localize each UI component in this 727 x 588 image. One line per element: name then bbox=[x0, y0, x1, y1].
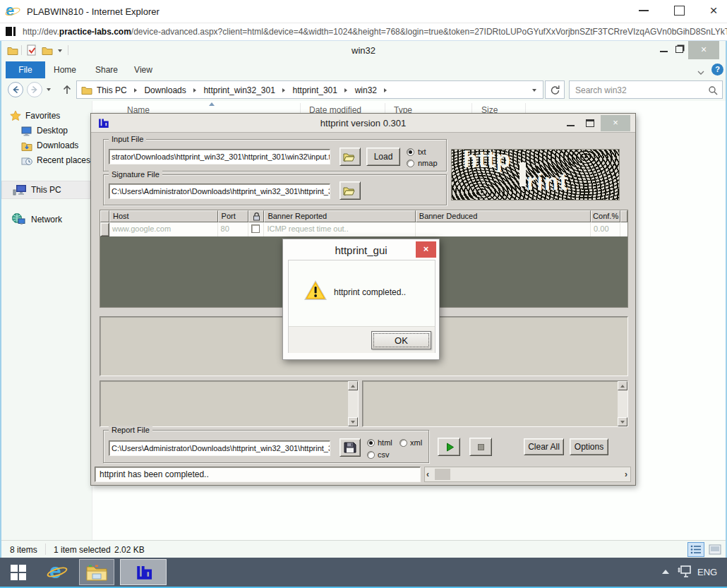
signature-file-field[interactable]: C:\Users\Administrator\Downloads\httprin… bbox=[109, 184, 330, 199]
header-ssl-column[interactable] bbox=[248, 210, 264, 222]
scrollbar-vertical[interactable] bbox=[348, 381, 358, 426]
search-icon[interactable] bbox=[708, 85, 718, 98]
header-banner-reported[interactable]: Banner Reported bbox=[264, 210, 415, 222]
thumbnail-view-button[interactable] bbox=[707, 542, 723, 557]
cell-confidence: 0.00 bbox=[591, 222, 620, 236]
report-file-field[interactable]: C:\Users\Administrator\Downloads\httprin… bbox=[109, 440, 330, 456]
input-file-field[interactable]: strator\Downloads\httprint_win32_301\htt… bbox=[109, 149, 330, 164]
sidebar-item-recent-places[interactable]: Recent places bbox=[37, 155, 90, 165]
radio-nmap-label[interactable]: nmap bbox=[418, 159, 438, 167]
radio-csv-label[interactable]: csv bbox=[378, 450, 390, 459]
sidebar-item-network[interactable]: Network bbox=[31, 215, 62, 224]
breadcrumb-downloads[interactable]: Downloads bbox=[144, 85, 186, 95]
explorer-ribbon: File Home Share View ? bbox=[1, 61, 726, 79]
cell-banner-reported: ICMP request time out.. bbox=[264, 222, 415, 236]
results-table-row[interactable]: www.google.com 80 ICMP request time out.… bbox=[100, 222, 627, 236]
scroll-left-button[interactable]: ‹ bbox=[426, 469, 429, 479]
clear-all-button[interactable]: Clear All bbox=[524, 438, 564, 455]
ie-url-bar[interactable]: http://dev.practice-labs.com/device-adva… bbox=[0, 23, 727, 40]
taskbar-explorer-button[interactable] bbox=[79, 559, 114, 585]
refresh-icon[interactable] bbox=[545, 80, 565, 99]
address-bar[interactable]: This PC Downloads httprint_win32_301 htt… bbox=[76, 80, 543, 99]
stop-button[interactable] bbox=[469, 438, 492, 456]
dialog-close-button[interactable]: × bbox=[416, 241, 436, 258]
sidebar-item-this-pc[interactable]: This PC bbox=[31, 185, 61, 195]
row-select-cell[interactable] bbox=[100, 222, 109, 236]
httprint-maximize-button[interactable] bbox=[586, 119, 594, 127]
breadcrumb-this-pc[interactable]: This PC bbox=[97, 85, 127, 95]
scroll-up-button[interactable] bbox=[348, 381, 358, 390]
scroll-down-button[interactable] bbox=[618, 417, 627, 426]
taskbar-ie-button[interactable]: e bbox=[40, 558, 76, 587]
header-confidence[interactable]: Conf.% bbox=[591, 210, 620, 222]
tray-show-hidden-icon[interactable] bbox=[662, 570, 669, 574]
scroll-thumb[interactable] bbox=[435, 469, 450, 480]
ie-minimize-button[interactable] bbox=[639, 10, 649, 11]
input-file-browse-button[interactable] bbox=[340, 148, 361, 166]
radio-html[interactable] bbox=[367, 439, 375, 447]
breadcrumb-win32[interactable]: win32 bbox=[355, 85, 377, 95]
ok-button[interactable]: OK bbox=[371, 331, 431, 349]
sidebar-item-downloads[interactable]: Downloads bbox=[37, 140, 78, 150]
language-indicator[interactable]: ENG bbox=[697, 567, 717, 577]
sidebar-item-favorites[interactable]: Favorites bbox=[25, 111, 60, 121]
radio-xml[interactable] bbox=[399, 439, 407, 447]
httprint-titlebar[interactable]: httprint version 0.301 × bbox=[91, 114, 635, 133]
search-input[interactable]: Search win32 bbox=[569, 80, 723, 99]
breadcrumb-sep-icon[interactable] bbox=[134, 88, 137, 92]
report-file-save-button[interactable] bbox=[340, 438, 361, 457]
tab-view[interactable]: View bbox=[128, 61, 158, 78]
radio-html-label[interactable]: html bbox=[378, 438, 392, 447]
tab-home[interactable]: Home bbox=[51, 61, 79, 78]
recent-locations-icon[interactable] bbox=[47, 88, 51, 91]
ribbon-expand-icon[interactable] bbox=[697, 66, 704, 78]
breadcrumb-sep-icon[interactable] bbox=[384, 88, 387, 92]
back-icon[interactable] bbox=[7, 81, 24, 101]
radio-txt[interactable] bbox=[407, 148, 414, 156]
explorer-statusbar: 8 items 1 item selected 2.02 KB bbox=[1, 540, 726, 558]
details-view-button[interactable] bbox=[687, 542, 704, 557]
up-icon[interactable] bbox=[61, 83, 73, 99]
help-icon[interactable]: ? bbox=[711, 64, 723, 76]
scroll-up-button[interactable] bbox=[618, 381, 627, 390]
taskbar-httprint-button[interactable] bbox=[120, 559, 167, 585]
tray-network-icon[interactable] bbox=[678, 565, 692, 582]
httprint-close-button[interactable]: × bbox=[601, 115, 630, 131]
breadcrumb-sep-icon[interactable] bbox=[282, 88, 285, 92]
options-button[interactable]: Options bbox=[570, 438, 608, 455]
header-host[interactable]: Host bbox=[109, 210, 218, 222]
radio-txt-label[interactable]: txt bbox=[418, 148, 426, 156]
header-port[interactable]: Port bbox=[218, 210, 249, 222]
scroll-right-button[interactable]: › bbox=[625, 469, 627, 479]
scrollbar-horizontal[interactable]: ‹ › bbox=[424, 467, 631, 482]
items-count: 8 items bbox=[10, 545, 37, 555]
run-button[interactable] bbox=[438, 438, 460, 456]
tab-file[interactable]: File bbox=[6, 61, 45, 78]
forward-icon[interactable] bbox=[26, 81, 43, 101]
start-button[interactable] bbox=[0, 558, 37, 587]
explorer-minimize-button[interactable] bbox=[660, 51, 668, 52]
header-banner-deduced[interactable]: Banner Deduced bbox=[416, 210, 591, 222]
explorer-restore-button[interactable] bbox=[675, 46, 683, 53]
scroll-down-button[interactable] bbox=[348, 417, 358, 426]
radio-xml-label[interactable]: xml bbox=[410, 438, 422, 447]
ie-maximize-button[interactable] bbox=[674, 6, 685, 16]
breadcrumb-httprint-301[interactable]: httprint_301 bbox=[293, 85, 337, 95]
radio-nmap[interactable] bbox=[407, 160, 414, 167]
report-textbox-right[interactable] bbox=[362, 380, 628, 427]
scrollbar-vertical[interactable] bbox=[618, 381, 627, 426]
breadcrumb-sep-icon[interactable] bbox=[344, 88, 347, 92]
httprint-minimize-button[interactable] bbox=[567, 125, 575, 126]
tab-share[interactable]: Share bbox=[90, 61, 123, 78]
ie-close-button[interactable]: × bbox=[706, 2, 721, 19]
sidebar-item-desktop[interactable]: Desktop bbox=[37, 126, 68, 136]
explorer-close-button[interactable]: × bbox=[688, 41, 719, 59]
signature-file-browse-button[interactable] bbox=[340, 181, 361, 200]
breadcrumb-sep-icon[interactable] bbox=[193, 88, 196, 92]
radio-csv[interactable] bbox=[367, 451, 375, 459]
load-button[interactable]: Load bbox=[366, 148, 400, 166]
breadcrumb-httprint-win32-301[interactable]: httprint_win32_301 bbox=[203, 85, 275, 95]
report-textbox-left[interactable] bbox=[100, 380, 359, 427]
ssl-checkbox[interactable] bbox=[251, 224, 260, 233]
address-dropdown-icon[interactable] bbox=[532, 89, 536, 92]
